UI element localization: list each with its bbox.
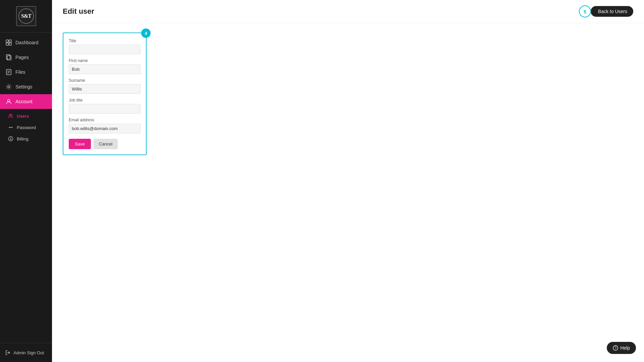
main-header: Edit user 5 Back to Users (52, 0, 644, 23)
back-button-wrapper: 5 Back to Users (579, 5, 633, 17)
svg-rect-2 (6, 40, 8, 42)
svg-rect-3 (9, 40, 11, 42)
surname-input[interactable] (69, 84, 141, 94)
sidebar-item-password[interactable]: Password (0, 122, 52, 133)
sidebar-item-label: Pages (15, 55, 29, 60)
step-badge: 5 (579, 5, 591, 17)
svg-rect-5 (9, 43, 11, 45)
sidebar-item-label: Files (15, 69, 25, 75)
sidebar-item-billing[interactable]: $ Billing (0, 133, 52, 144)
sidebar: S&T Dashboard (0, 0, 52, 362)
title-input[interactable] (69, 45, 141, 54)
sidebar-logo: S&T (0, 0, 52, 33)
title-label: Title (69, 39, 141, 43)
grid-icon (5, 39, 12, 46)
first-name-label: First name (69, 58, 141, 63)
svg-point-13 (8, 100, 10, 102)
sign-out-button[interactable]: Admin Sign Out (5, 349, 44, 357)
back-button-label: Back to Users (598, 9, 627, 14)
sidebar-item-pages[interactable]: Pages (0, 50, 52, 65)
email-field-group: Email address (69, 118, 141, 133)
help-button[interactable]: ? Help (607, 342, 636, 354)
main-content-area: Edit user 5 Back to Users 4 Title First … (52, 0, 644, 362)
edit-user-form-area: 4 Title First name Surname Job title (52, 23, 644, 362)
save-button[interactable]: Save (69, 139, 91, 149)
sidebar-sub-item-label: Password (17, 125, 36, 130)
logo: S&T (16, 6, 36, 26)
account-icon (5, 98, 12, 105)
svg-text:S&T: S&T (21, 13, 32, 19)
job-title-field-group: Job title (69, 98, 141, 114)
logo-icon: S&T (18, 8, 35, 24)
billing-icon: $ (8, 136, 13, 141)
svg-point-15 (11, 114, 12, 116)
surname-field-group: Surname (69, 78, 141, 94)
svg-rect-4 (6, 43, 8, 45)
svg-rect-6 (6, 55, 10, 59)
edit-form-card: 4 Title First name Surname Job title (63, 33, 147, 155)
title-field-group: Title (69, 39, 141, 54)
account-sub-nav: Users Password $ (0, 109, 52, 146)
help-icon: ? (613, 345, 618, 351)
sidebar-item-users[interactable]: Users (0, 110, 52, 122)
sidebar-item-files[interactable]: Files (0, 65, 52, 79)
sidebar-item-label: Dashboard (15, 40, 39, 45)
sidebar-item-dashboard[interactable]: Dashboard (0, 35, 52, 50)
sidebar-item-settings[interactable]: Settings (0, 79, 52, 94)
svg-point-14 (9, 114, 11, 116)
svg-point-17 (10, 127, 11, 128)
back-to-users-button[interactable]: Back to Users (591, 6, 633, 17)
form-actions: Save Cancel (69, 139, 141, 149)
sidebar-item-label: Settings (15, 84, 33, 89)
page-title: Edit user (63, 7, 94, 16)
users-icon (8, 113, 13, 119)
svg-point-16 (9, 127, 10, 128)
surname-label: Surname (69, 78, 141, 83)
sidebar-nav: Dashboard Pages Files (0, 33, 52, 343)
sidebar-item-label: Account (15, 99, 33, 104)
sign-out-label: Admin Sign Out (13, 350, 44, 355)
svg-rect-7 (7, 56, 11, 60)
job-title-label: Job title (69, 98, 141, 103)
cancel-button[interactable]: Cancel (94, 139, 118, 149)
svg-text:$: $ (10, 137, 11, 141)
settings-icon (5, 83, 12, 90)
form-step-badge: 4 (141, 28, 151, 38)
first-name-input[interactable] (69, 64, 141, 74)
svg-point-18 (12, 127, 13, 128)
pages-icon (5, 54, 12, 61)
sidebar-sub-item-label: Users (17, 114, 29, 119)
job-title-input[interactable] (69, 104, 141, 114)
sidebar-bottom: Admin Sign Out (0, 343, 52, 362)
files-icon (5, 69, 12, 75)
first-name-field-group: First name (69, 58, 141, 74)
password-icon (8, 125, 13, 130)
email-label: Email address (69, 118, 141, 122)
svg-text:?: ? (614, 346, 616, 350)
help-label: Help (620, 345, 630, 351)
sign-out-icon (5, 350, 11, 355)
sidebar-sub-item-label: Billing (17, 136, 29, 141)
svg-point-12 (8, 86, 10, 88)
email-input[interactable] (69, 124, 141, 133)
sidebar-item-account[interactable]: Account (0, 94, 52, 109)
